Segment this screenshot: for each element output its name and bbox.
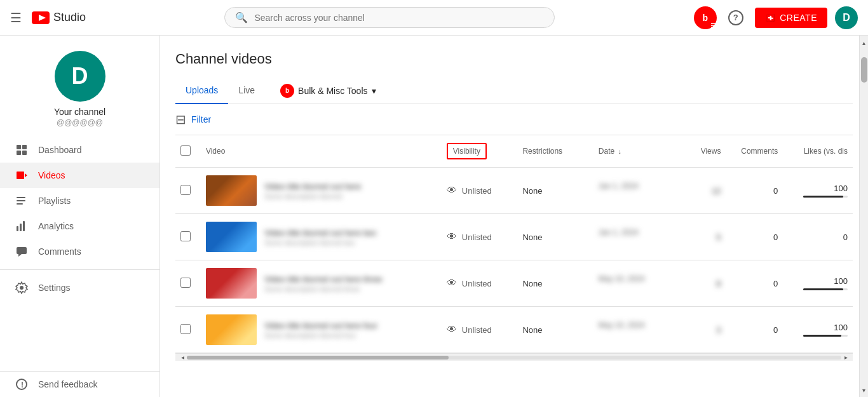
horizontal-scrollbar[interactable]: ◂ ▸ <box>175 353 853 361</box>
video-thumbnail[interactable] <box>206 175 257 206</box>
video-thumbnail[interactable] <box>206 222 257 252</box>
likes-cell: 100 <box>783 260 853 307</box>
filter-icon[interactable]: ⊟ <box>175 112 186 127</box>
bulk-tools-tab[interactable]: b Bulk & Misc Tools ▾ <box>270 79 386 103</box>
channel-info: D Your channel @@@@@@ <box>0 36 159 137</box>
scroll-down-arrow[interactable]: ▾ <box>860 386 869 394</box>
visibility-cell: 👁 Unlisted <box>442 307 518 353</box>
video-description: Some description blurred four <box>264 332 377 339</box>
scroll-left-arrow[interactable]: ◂ <box>178 353 187 362</box>
search-input[interactable] <box>254 13 544 23</box>
help-icon: ? <box>728 10 743 25</box>
table-header: Video Visibility Restrictions Date ↓ Vie… <box>175 135 853 168</box>
bulk-list-icon <box>709 22 717 29</box>
help-button[interactable]: ? <box>724 6 747 29</box>
sidebar-item-dashboard[interactable]: Dashboard <box>0 137 159 163</box>
sidebar-nav: Dashboard Videos Playlists Analytics <box>0 137 159 300</box>
comments-value: 0 <box>773 325 778 335</box>
col-date[interactable]: Date ↓ <box>593 135 675 168</box>
comments-value: 0 <box>773 232 778 242</box>
restrictions-cell: None <box>517 307 593 353</box>
svg-rect-6 <box>22 145 27 149</box>
date-value: May 10, 2024 <box>599 274 670 292</box>
date-cell: Jan 1, 2024 <box>593 168 675 214</box>
sidebar: D Your channel @@@@@@ Dashboard Videos <box>0 36 160 397</box>
restrictions-value: None <box>522 186 542 196</box>
tab-uploads[interactable]: Uploads <box>175 77 228 104</box>
restrictions-cell: None <box>517 168 593 214</box>
scroll-right-arrow[interactable]: ▸ <box>841 353 850 362</box>
hamburger-icon[interactable]: ☰ <box>10 10 22 25</box>
eye-icon: 👁 <box>447 185 457 196</box>
sidebar-item-label: Send feedback <box>38 379 97 389</box>
col-video: Video <box>201 135 442 168</box>
sidebar-item-label: Settings <box>38 283 71 293</box>
sidebar-item-label: Dashboard <box>38 145 82 155</box>
svg-rect-12 <box>17 200 25 201</box>
video-thumbnail[interactable] <box>206 314 257 345</box>
select-all-col <box>175 135 201 168</box>
sort-desc-icon: ↓ <box>618 147 622 155</box>
create-button[interactable]: 🇨🇭 CREATE <box>755 8 827 28</box>
video-thumbnail[interactable] <box>206 268 257 299</box>
date-cell: Jan 1, 2024 <box>593 214 675 260</box>
search-bar[interactable]: 🔍 <box>224 7 555 28</box>
channel-avatar[interactable]: D <box>55 51 105 102</box>
row-checkbox[interactable] <box>180 278 191 288</box>
sidebar-item-send-feedback[interactable]: ! Send feedback <box>0 372 159 397</box>
visibility-header-label: Visibility <box>447 143 487 159</box>
sidebar-item-label: Videos <box>38 170 65 180</box>
likes-cell: 100 <box>783 307 853 353</box>
sidebar-item-videos[interactable]: Videos <box>0 163 159 188</box>
sidebar-item-settings[interactable]: Settings <box>0 275 159 300</box>
analytics-icon <box>15 220 28 232</box>
row-checkbox[interactable] <box>180 185 191 195</box>
app-header: ☰ Studio 🔍 b ? 🇨🇭 CREATE <box>0 0 868 36</box>
vertical-scrollbar[interactable]: ▴ ▾ <box>859 36 868 397</box>
scrollbar-track[interactable] <box>187 356 841 360</box>
tab-live[interactable]: Live <box>228 77 265 104</box>
video-title: Video title blurred out here three <box>264 274 383 284</box>
bulk-tools-header-icon[interactable]: b <box>694 6 717 29</box>
likes-value: 100 <box>834 184 848 193</box>
svg-rect-11 <box>17 197 25 198</box>
avatar[interactable]: D <box>835 6 858 29</box>
likes-value: 0 <box>843 232 848 242</box>
eye-icon: 👁 <box>447 324 457 335</box>
row-checkbox[interactable] <box>180 231 191 241</box>
restrictions-value: None <box>522 279 542 288</box>
comments-value: 0 <box>773 186 778 196</box>
video-title: Video title blurred out here two <box>264 228 376 238</box>
restrictions-cell: None <box>517 214 593 260</box>
header-right: b ? 🇨🇭 CREATE D <box>694 6 858 29</box>
svg-text:!: ! <box>21 380 24 389</box>
logo[interactable]: Studio <box>32 11 86 24</box>
visibility-cell: 👁 Unlisted <box>442 214 518 260</box>
create-flag-icon: 🇨🇭 <box>765 13 776 23</box>
col-visibility[interactable]: Visibility <box>442 135 518 168</box>
date-value: Jan 1, 2024 <box>599 182 670 199</box>
sidebar-item-playlists[interactable]: Playlists <box>0 188 159 213</box>
channel-handle: @@@@@@ <box>57 118 103 127</box>
svg-rect-8 <box>22 151 27 155</box>
restrictions-value: None <box>522 232 542 242</box>
sidebar-item-analytics[interactable]: Analytics <box>0 213 159 239</box>
filter-label[interactable]: Filter <box>191 114 211 124</box>
col-likes: Likes (vs. dis <box>783 135 853 168</box>
select-all-checkbox[interactable] <box>180 145 191 156</box>
row-checkbox[interactable] <box>180 324 191 334</box>
videos-icon <box>15 169 28 182</box>
table-row: Video title blurred out here two Some de… <box>175 214 853 260</box>
video-cell: Video title blurred out here four Some d… <box>201 307 442 353</box>
views-cell: 5 <box>675 214 726 260</box>
visibility-value: Unlisted <box>462 232 492 242</box>
scroll-up-arrow[interactable]: ▴ <box>860 38 869 47</box>
header-left: ☰ Studio <box>10 10 86 25</box>
video-info: Video title blurred out here three Some … <box>264 274 383 293</box>
right-scroll-thumb <box>861 57 867 83</box>
eye-icon: 👁 <box>447 278 457 289</box>
sidebar-item-comments[interactable]: Comments <box>0 239 159 264</box>
feedback-icon: ! <box>15 378 28 391</box>
video-description: Some description blurred <box>264 192 361 200</box>
row-checkbox-cell <box>175 260 201 307</box>
